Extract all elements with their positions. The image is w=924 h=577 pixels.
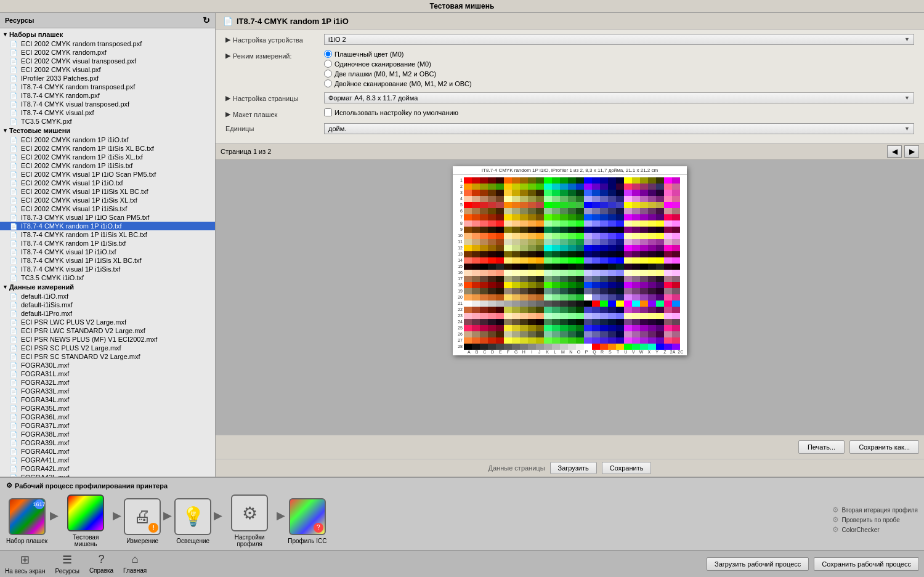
- list-item[interactable]: 📄FOGRA31L.mxf: [0, 369, 215, 378]
- list-item[interactable]: 📄ECI PSR SC STANDARD V2 Large.mxf: [0, 352, 215, 361]
- list-item[interactable]: 📄default-i1iO.mxf: [0, 292, 215, 301]
- list-item[interactable]: 📄FOGRA32L.mxf: [0, 378, 215, 387]
- file-icon: 📄: [10, 448, 18, 455]
- list-item[interactable]: 📄TC3.5 CMYK i1iO.txf: [0, 273, 215, 282]
- file-icon: 📄: [10, 240, 18, 247]
- list-item[interactable]: 📄FOGRA39L.mxf: [0, 438, 215, 447]
- workflow-side-item-0[interactable]: ⚙Вторая итерация профиля: [832, 506, 918, 514]
- list-item[interactable]: 📄FOGRA34L.mxf: [0, 395, 215, 404]
- list-item[interactable]: 📄TC3.5 CMYK.pxf: [0, 117, 215, 126]
- list-item[interactable]: 📄IT8.7-4 CMYK random.pxf: [0, 91, 215, 100]
- workflow-side-item-2[interactable]: ⚙ColorChecker: [832, 525, 918, 534]
- workflow-step-3[interactable]: 💡 Освещение: [174, 498, 211, 544]
- list-item[interactable]: 📄IT8.7-4 CMYK visual 1P i1iSis.txf: [0, 265, 215, 273]
- list-item[interactable]: 📄ECI PSR LWC PLUS V2 Large.mxf: [0, 318, 215, 326]
- workflow-step-1[interactable]: Тестовая мишень: [61, 494, 110, 547]
- units-dropdown[interactable]: дойм. ▼: [324, 123, 914, 134]
- file-icon: 📄: [10, 197, 18, 204]
- workflow-step-4[interactable]: ⚙ Настройки профиля: [225, 494, 274, 547]
- bottom-right-btn-0[interactable]: Загрузить рабочий процесс: [707, 557, 809, 571]
- list-item[interactable]: 📄ECI 2002 CMYK visual.pxf: [0, 65, 215, 74]
- workflow-step-2[interactable]: 🖨! Измерение: [124, 498, 161, 544]
- measurement-radio-3[interactable]: [324, 79, 332, 87]
- list-item[interactable]: 📄FOGRA40L.mxf: [0, 447, 215, 456]
- list-item[interactable]: 📄ECI 2002 CMYK visual transposed.pxf: [0, 57, 215, 65]
- next-page-button[interactable]: ▶: [904, 145, 919, 158]
- workflow-steps: 1617 Набор плашек ▶ Тестовая мишень ▶ 🖨!…: [6, 494, 326, 547]
- list-item[interactable]: 📄FOGRA33L.mxf: [0, 387, 215, 395]
- list-item[interactable]: 📄IT8.7-4 CMYK visual 1P i1iSis XL BC.txf: [0, 256, 215, 265]
- measurement-radio-0[interactable]: [324, 50, 332, 58]
- bottom-right-btn-1[interactable]: Сохранить рабочий процесс: [814, 557, 919, 571]
- patch-layout-arrow: ▶: [225, 110, 230, 118]
- workflow-step-0[interactable]: 1617 Набор плашек: [6, 498, 47, 544]
- list-item[interactable]: 📄ECI PSR SC PLUS V2 Large.mxf: [0, 344, 215, 352]
- settings-section: ▶ Настройка устройства i1iO 2 ▼ ▶ Режи: [216, 30, 924, 143]
- list-item[interactable]: 📄ECI 2002 CMYK visual 1P i1iO Scan PM5.t…: [0, 170, 215, 179]
- workflow-side-icon-1: ⚙: [832, 515, 839, 524]
- measurement-mode-arrow: ▶: [225, 52, 230, 60]
- list-item[interactable]: 📄IT8.7-4 CMYK random 1P i1iO.txf: [0, 222, 215, 230]
- list-item[interactable]: 📄ECI 2002 CMYK random 1P i1iSis.txf: [0, 161, 215, 170]
- section-header-measurement_data[interactable]: ▼ Данные измерений: [0, 282, 215, 292]
- file-icon: 📄: [10, 154, 18, 161]
- list-item[interactable]: 📄ECI 2002 CMYK visual 1P i1iSis.txf: [0, 204, 215, 213]
- list-item[interactable]: 📄FOGRA38L.mxf: [0, 430, 215, 438]
- list-item[interactable]: 📄FOGRA35L.mxf: [0, 404, 215, 413]
- bottom-btn-0[interactable]: ⊞На весь экран: [5, 553, 45, 575]
- list-item[interactable]: 📄IT8.7-4 CMYK random 1P i1iSis XL BC.txf: [0, 230, 215, 239]
- save-as-button[interactable]: Сохранить как...: [849, 440, 919, 454]
- color-chart-container: 1234567891011121314151617181920212223242…: [453, 175, 687, 355]
- file-icon: 📄: [10, 457, 18, 464]
- measurement-radio-1[interactable]: [324, 60, 332, 68]
- color-chart: 1234567891011121314151617181920212223242…: [455, 177, 684, 350]
- bottom-btn-3[interactable]: ⌂Главная: [123, 553, 147, 575]
- workflow-step-icon-2: 🖨!: [124, 498, 161, 535]
- print-button[interactable]: Печать...: [798, 440, 845, 454]
- list-item[interactable]: 📄IT8.7-4 CMYK visual.pxf: [0, 108, 215, 117]
- list-item[interactable]: 📄IT8.7-4 CMYK visual 1P i1iO.txf: [0, 248, 215, 256]
- page-setup-dropdown[interactable]: Формат A4, 8.3 x 11.7 дойма ▼: [324, 92, 914, 103]
- measurement-radio-2[interactable]: [324, 70, 332, 78]
- file-icon: 📄: [10, 145, 18, 152]
- sidebar-header: Ресурсы ↻: [0, 13, 215, 28]
- bottom-btn-1[interactable]: ☰Ресурсы: [55, 553, 79, 575]
- list-item[interactable]: 📄ECI 2002 CMYK visual 1P i1iSis XL.txf: [0, 196, 215, 204]
- list-item[interactable]: 📄IT8.7-4 CMYK visual transposed.pxf: [0, 100, 215, 108]
- list-item[interactable]: 📄ECI PSR LWC STANDARD V2 Large.mxf: [0, 326, 215, 335]
- list-item[interactable]: 📄FOGRA36L.mxf: [0, 413, 215, 421]
- bottom-btn-2[interactable]: ?Справка: [89, 553, 113, 575]
- list-item[interactable]: 📄ECI PSR NEWS PLUS (MF) V1 ECI2002.mxf: [0, 335, 215, 344]
- list-item[interactable]: 📄ECI 2002 CMYK visual 1P i1iO.txf: [0, 179, 215, 187]
- prev-page-button[interactable]: ◀: [887, 145, 902, 158]
- patch-layout-checkbox[interactable]: [324, 108, 332, 116]
- list-item[interactable]: 📄FOGRA41L.mxf: [0, 456, 215, 464]
- load-button[interactable]: Загрузить: [550, 462, 597, 474]
- list-item[interactable]: 📄IProfiler 2033 Patches.pxf: [0, 74, 215, 83]
- workflow-side-item-1[interactable]: ⚙Проверить по пробе: [832, 515, 918, 524]
- list-item[interactable]: 📄ECI 2002 CMYK random.pxf: [0, 48, 215, 57]
- list-item[interactable]: 📄FOGRA42L.mxf: [0, 464, 215, 473]
- list-item[interactable]: 📄ECI 2002 CMYK visual 1P i1iSis XL BC.tx…: [0, 187, 215, 196]
- list-item[interactable]: 📄IT8.7-3 CMYK visual 1P i1iO Scan PM5.tx…: [0, 213, 215, 222]
- workflow-step-5[interactable]: ? Профиль ICC: [288, 498, 326, 544]
- list-item[interactable]: 📄ECI 2002 CMYK random 1P i1iSis XL BC.tx…: [0, 144, 215, 153]
- page-chevron-icon: ▼: [904, 95, 910, 101]
- list-item[interactable]: 📄ECI 2002 CMYK random transposed.pxf: [0, 39, 215, 48]
- refresh-icon[interactable]: ↻: [203, 15, 210, 25]
- save-button[interactable]: Сохранить: [602, 462, 652, 474]
- list-item[interactable]: 📄ECI 2002 CMYK random 1P i1iSis XL.txf: [0, 153, 215, 161]
- workflow-step-label-4: Настройки профиля: [225, 534, 274, 547]
- list-item[interactable]: 📄FOGRA30L.mxf: [0, 361, 215, 369]
- list-item[interactable]: 📄default-i1Pro.mxf: [0, 309, 215, 318]
- measurement-mode-option-3: Двойное сканирование (M0, M1, M2 и OBC): [324, 79, 914, 87]
- section-header-test_targets[interactable]: ▼ Тестовые мишени: [0, 126, 215, 135]
- list-item[interactable]: 📄default-i1iSis.mxf: [0, 301, 215, 309]
- section-header-patch_sets[interactable]: ▼ Наборы плашек: [0, 30, 215, 39]
- list-item[interactable]: 📄FOGRA37L.mxf: [0, 421, 215, 430]
- list-item[interactable]: 📄ECI 2002 CMYK random 1P i1iO.txf: [0, 135, 215, 144]
- device-setup-dropdown[interactable]: i1iO 2 ▼: [324, 34, 914, 45]
- list-item[interactable]: 📄IT8.7-4 CMYK random transposed.pxf: [0, 83, 215, 91]
- file-icon: 📄: [10, 257, 18, 264]
- list-item[interactable]: 📄IT8.7-4 CMYK random 1P i1iSis.txf: [0, 239, 215, 248]
